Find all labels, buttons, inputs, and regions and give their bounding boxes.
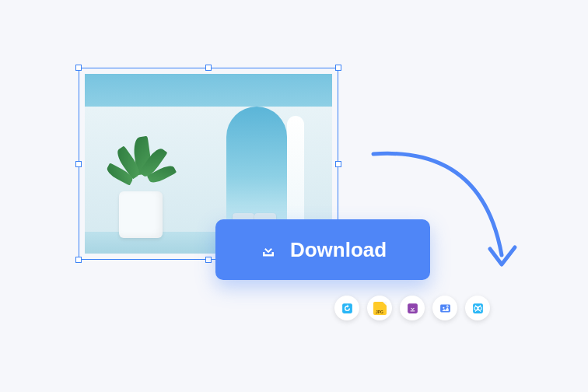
action-toolbar: JPG xyxy=(334,296,490,320)
svg-rect-1 xyxy=(263,252,265,256)
resize-button[interactable] xyxy=(432,296,457,320)
resize-handle-tm[interactable] xyxy=(205,65,212,71)
resize-handle-mr[interactable] xyxy=(335,161,341,167)
rotate-icon xyxy=(341,302,354,315)
rotate-button[interactable] xyxy=(334,296,359,320)
file-download-icon xyxy=(406,302,419,315)
resize-handle-ml[interactable] xyxy=(75,161,82,167)
crop-button[interactable] xyxy=(465,296,490,320)
svg-rect-5 xyxy=(410,310,415,311)
download-button-label: Download xyxy=(290,238,387,262)
resize-handle-tr[interactable] xyxy=(335,65,341,71)
resize-icon xyxy=(439,302,452,315)
download-file-button[interactable] xyxy=(400,296,425,320)
download-icon xyxy=(259,240,278,259)
jpg-icon: JPG xyxy=(373,302,387,315)
resize-handle-tl[interactable] xyxy=(75,65,82,71)
svg-rect-2 xyxy=(271,252,274,256)
download-button[interactable]: Download xyxy=(215,219,430,280)
resize-handle-bm[interactable] xyxy=(205,257,212,263)
resize-handle-bl[interactable] xyxy=(75,257,82,263)
crop-icon xyxy=(471,302,485,315)
jpg-convert-button[interactable]: JPG xyxy=(367,296,392,320)
svg-point-7 xyxy=(443,306,444,308)
svg-rect-4 xyxy=(408,303,418,313)
